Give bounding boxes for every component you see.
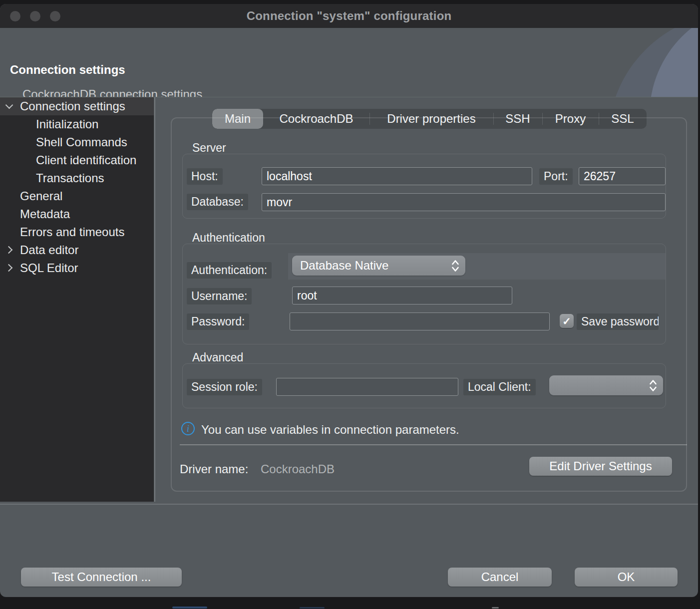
minimize-window-button[interactable] xyxy=(30,11,40,21)
username-label: Username: xyxy=(187,288,252,304)
sidebar-item-client-identification[interactable]: Client identification xyxy=(0,151,154,169)
test-connection-button[interactable]: Test Connection ... xyxy=(21,568,182,587)
edit-driver-settings-button[interactable]: Edit Driver Settings xyxy=(529,457,672,476)
local-client-label: Local Client: xyxy=(463,379,536,395)
authentication-label: Authentication: xyxy=(187,262,272,279)
sidebar-tree: Connection settingsInitializationShell C… xyxy=(0,97,154,502)
stepper-icon xyxy=(649,379,657,392)
save-password-checkbox[interactable]: ✓ xyxy=(560,314,574,328)
background-artifact xyxy=(300,607,325,609)
info-message: You can use variables in connection para… xyxy=(201,423,459,437)
sidebar-item-initialization[interactable]: Initialization xyxy=(0,115,154,133)
background-artifact xyxy=(492,607,499,609)
host-label: Host: xyxy=(187,168,223,185)
password-input[interactable] xyxy=(290,312,550,330)
local-client-dropdown[interactable] xyxy=(549,375,663,395)
connection-configuration-dialog: Connection "system" configuration Connec… xyxy=(0,4,698,597)
chevron-right-icon[interactable] xyxy=(6,268,12,274)
info-icon: i xyxy=(181,422,195,435)
sidebar-item-label: Errors and timeouts xyxy=(20,225,124,239)
advanced-section-label: Advanced xyxy=(192,351,243,364)
host-input[interactable] xyxy=(262,167,532,185)
authentication-dropdown[interactable]: Database Native xyxy=(292,256,465,276)
dialog-header: Connection settings CockroachDB connecti… xyxy=(0,28,698,97)
password-label: Password: xyxy=(187,313,249,330)
cancel-button[interactable]: Cancel xyxy=(448,568,552,587)
authentication-section-label: Authentication xyxy=(192,231,265,245)
sidebar-item-sql-editor[interactable]: SQL Editor xyxy=(0,259,154,277)
sidebar-item-label: SQL Editor xyxy=(20,261,78,275)
sidebar-item-general[interactable]: General xyxy=(0,187,154,205)
driver-divider xyxy=(180,444,687,445)
sidebar-item-label: General xyxy=(20,189,62,203)
sidebar-item-label: Transactions xyxy=(36,171,104,185)
sidebar-item-label: Connection settings xyxy=(20,99,125,113)
page-subtitle: CockroachDB connection settings xyxy=(22,87,202,97)
database-input[interactable] xyxy=(262,193,666,211)
authentication-dropdown-value: Database Native xyxy=(300,259,388,273)
sidebar-item-transactions[interactable]: Transactions xyxy=(0,169,154,187)
sidebar-item-label: Shell Commands xyxy=(36,135,127,149)
sidebar-item-shell-commands[interactable]: Shell Commands xyxy=(0,133,154,151)
sidebar-item-label: Initialization xyxy=(36,117,98,131)
session-role-label: Session role: xyxy=(187,379,262,395)
sidebar-item-label: Client identification xyxy=(36,153,136,167)
close-window-button[interactable] xyxy=(10,11,20,21)
page-title: Connection settings xyxy=(10,63,125,77)
driver-name-value: CockroachDB xyxy=(261,462,335,476)
background-artifact xyxy=(172,607,207,609)
sidebar-item-connection-settings[interactable]: Connection settings xyxy=(0,97,154,115)
window-title: Connection "system" configuration xyxy=(247,9,452,23)
sidebar-item-label: Metadata xyxy=(20,207,70,221)
sidebar-item-metadata[interactable]: Metadata xyxy=(0,205,154,223)
session-role-input[interactable] xyxy=(276,378,458,396)
zoom-window-button[interactable] xyxy=(50,11,60,21)
titlebar: Connection "system" configuration xyxy=(0,4,698,28)
chevron-down-icon[interactable] xyxy=(6,106,12,112)
sidebar-item-errors-and-timeouts[interactable]: Errors and timeouts xyxy=(0,223,154,241)
stepper-icon xyxy=(451,259,459,273)
ok-button[interactable]: OK xyxy=(575,568,678,587)
dialog-body: Connection settingsInitializationShell C… xyxy=(0,97,698,502)
dialog-footer: Test Connection ... Cancel OK xyxy=(0,502,698,597)
username-input[interactable] xyxy=(292,287,512,304)
server-section-label: Server xyxy=(192,141,226,155)
sidebar-resize-sash[interactable] xyxy=(154,97,155,502)
sidebar-item-label: Data editor xyxy=(20,243,78,257)
port-label: Port: xyxy=(539,168,573,185)
chevron-right-icon[interactable] xyxy=(6,250,12,256)
save-password-label: Save password xyxy=(577,313,659,330)
database-label: Database: xyxy=(187,194,248,210)
checkmark-icon: ✓ xyxy=(562,316,571,326)
driver-name-label: Driver name: xyxy=(180,462,248,476)
sidebar-item-data-editor[interactable]: Data editor xyxy=(0,241,154,259)
port-input[interactable] xyxy=(579,167,666,185)
